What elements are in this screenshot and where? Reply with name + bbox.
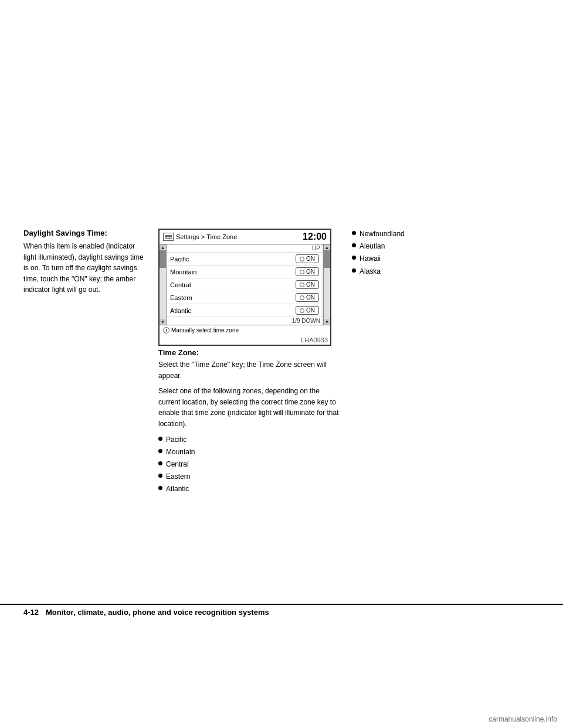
lha-code: LHA0933 xyxy=(160,335,330,345)
daylight-savings-title: Daylight Savings Time: xyxy=(23,229,147,237)
on-button-eastern[interactable]: ON xyxy=(296,293,319,302)
list-item-aleutian: Aleutian xyxy=(352,241,540,252)
scroll-up-arrow[interactable]: ▲ xyxy=(160,244,166,250)
bullet-dot xyxy=(352,231,356,235)
bullet-dot xyxy=(158,449,162,453)
on-indicator-eastern xyxy=(300,295,304,300)
menu-icon xyxy=(163,233,174,241)
on-label-pacific: ON xyxy=(306,256,315,262)
list-item-hawaii: Hawaii xyxy=(352,253,540,264)
bullet-dot xyxy=(352,268,356,273)
list-item-eastern: Eastern xyxy=(158,471,340,482)
bullet-label-central: Central xyxy=(166,459,189,470)
bullet-dot xyxy=(352,243,356,247)
screen-title: Settings > Time Zone xyxy=(176,233,237,240)
on-indicator-mountain xyxy=(300,270,304,274)
bullet-label-newfoundland: Newfoundland xyxy=(359,229,405,240)
time-zone-para2: Select one of the following zones, depen… xyxy=(158,386,340,429)
bullet-label-atlantic: Atlantic xyxy=(166,484,189,495)
scroll-right-down-arrow[interactable]: ▼ xyxy=(324,319,330,325)
on-button-mountain[interactable]: ON xyxy=(296,267,319,276)
center-bullets: Pacific Mountain Central Eastern xyxy=(158,434,340,495)
bullet-dot xyxy=(158,486,162,490)
screen-list: UP Pacific ON Mountain xyxy=(167,244,323,325)
time-zone-caption: Time Zone: xyxy=(158,348,340,357)
up-label: UP xyxy=(167,244,323,253)
bullet-label-eastern: Eastern xyxy=(166,471,190,482)
bullet-dot xyxy=(352,256,356,260)
scroll-thumb xyxy=(160,250,166,268)
list-row[interactable]: Mountain ON xyxy=(167,266,323,278)
scroll-down-arrow[interactable]: ▼ xyxy=(160,319,166,325)
screen-time: 12:00 xyxy=(303,232,327,242)
right-bullet-list: Newfoundland Aleutian Hawaii Alaska xyxy=(352,229,540,277)
list-row[interactable]: Central ON xyxy=(167,278,323,291)
footer-text: Manually select time zone xyxy=(171,327,239,334)
bullet-dot xyxy=(158,437,162,441)
main-columns: Daylight Savings Time: When this item is… xyxy=(23,229,540,496)
screen-header-left: Settings > Time Zone xyxy=(163,233,237,241)
on-button-pacific[interactable]: ON xyxy=(296,254,319,263)
on-label-eastern: ON xyxy=(306,294,315,301)
screen-mockup: Settings > Time Zone 12:00 ▲ ▼ xyxy=(158,229,331,346)
scroll-right-track xyxy=(324,250,330,319)
list-item-central: Central xyxy=(158,459,340,470)
row-label-eastern: Eastern xyxy=(170,294,192,301)
center-bullet-list: Pacific Mountain Central Eastern xyxy=(158,434,340,495)
scroll-track xyxy=(160,250,166,319)
right-column: Newfoundland Aleutian Hawaii Alaska xyxy=(352,229,540,278)
scroll-right-up-arrow[interactable]: ▲ xyxy=(324,244,330,250)
scroll-bar-right[interactable]: ▲ ▼ xyxy=(323,244,330,325)
on-indicator-pacific xyxy=(300,257,304,261)
row-label-mountain: Mountain xyxy=(170,268,196,275)
on-label-central: ON xyxy=(306,281,315,288)
list-item-alaska: Alaska xyxy=(352,266,540,277)
on-button-central[interactable]: ON xyxy=(296,280,319,289)
watermark: carmanualsonline.info xyxy=(489,715,557,723)
on-indicator-atlantic xyxy=(300,308,304,313)
info-icon: i xyxy=(163,327,169,334)
footer-bar: 4-12 Monitor, climate, audio, phone and … xyxy=(0,604,563,620)
down-label: 1/9 DOWN xyxy=(167,317,323,325)
screen-header: Settings > Time Zone 12:00 xyxy=(160,230,330,244)
time-zone-para1: Select the "Time Zone" key; the Time Zon… xyxy=(158,359,340,381)
list-item-mountain: Mountain xyxy=(158,447,340,458)
bullet-label-hawaii: Hawaii xyxy=(359,253,381,264)
list-row[interactable]: Pacific ON xyxy=(167,253,323,266)
on-button-atlantic[interactable]: ON xyxy=(296,306,319,315)
screen-body: ▲ ▼ UP Pacific ON xyxy=(160,244,330,325)
on-label-mountain: ON xyxy=(306,268,315,275)
bullet-label-alaska: Alaska xyxy=(359,266,381,277)
on-label-atlantic: ON xyxy=(306,307,315,314)
bullet-label-pacific: Pacific xyxy=(166,434,186,445)
center-column: Settings > Time Zone 12:00 ▲ ▼ xyxy=(158,229,340,496)
row-label-central: Central xyxy=(170,281,191,288)
row-label-pacific: Pacific xyxy=(170,256,189,263)
left-column: Daylight Savings Time: When this item is… xyxy=(23,229,147,295)
page-content: Daylight Savings Time: When this item is… xyxy=(0,229,563,496)
footer-page: 4-12 xyxy=(23,608,39,617)
bullet-label-mountain: Mountain xyxy=(166,447,195,458)
row-label-atlantic: Atlantic xyxy=(170,307,191,314)
bullet-dot xyxy=(158,474,162,478)
on-indicator-central xyxy=(300,283,304,287)
list-item-pacific: Pacific xyxy=(158,434,340,445)
list-row[interactable]: Eastern ON xyxy=(167,291,323,304)
bullet-dot xyxy=(158,461,162,465)
list-item-atlantic: Atlantic xyxy=(158,484,340,495)
bullet-label-aleutian: Aleutian xyxy=(359,241,385,252)
scroll-right-thumb xyxy=(324,250,330,268)
list-item-newfoundland: Newfoundland xyxy=(352,229,540,240)
footer-title: Monitor, climate, audio, phone and voice… xyxy=(46,608,269,617)
scroll-bar-left[interactable]: ▲ ▼ xyxy=(160,244,167,325)
list-row[interactable]: Atlantic ON xyxy=(167,304,323,317)
daylight-savings-body: When this item is enabled (indicator lig… xyxy=(23,241,147,295)
screen-footer: i Manually select time zone xyxy=(160,325,330,335)
